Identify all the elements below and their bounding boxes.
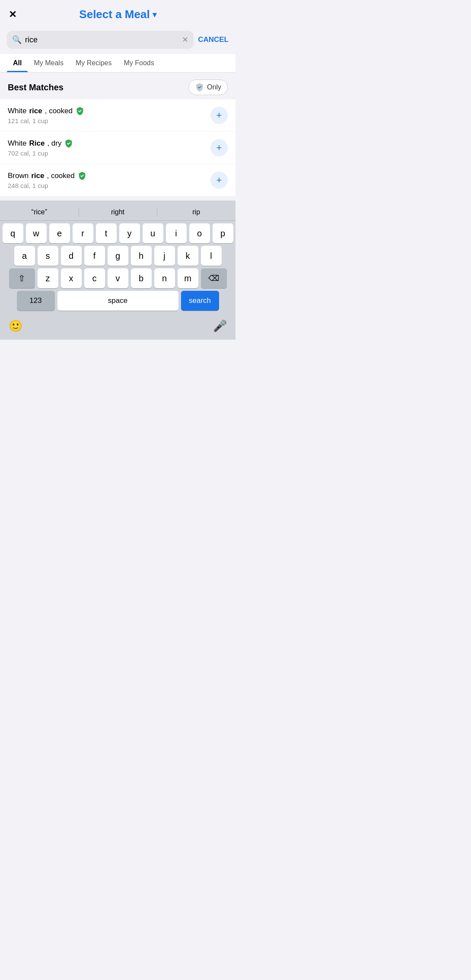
key-s[interactable]: s [38, 246, 58, 266]
suggestion-rice[interactable]: “rice” [0, 204, 79, 220]
chevron-down-icon[interactable]: ▾ [153, 10, 156, 19]
key-row-1: q w e r t y u i o p [1, 223, 234, 243]
key-z[interactable]: z [38, 268, 58, 288]
shield-check-icon [195, 83, 204, 92]
tab-my-recipes[interactable]: My Recipes [70, 54, 118, 72]
search-input[interactable] [25, 35, 178, 45]
bottom-bar: 🙂 🎤 [0, 314, 236, 340]
shift-key[interactable]: ⇧ [9, 268, 35, 288]
table-row[interactable]: Brown rice, cooked 248 cal, 1 cup + [0, 164, 236, 196]
food-name: Brown rice, cooked [8, 171, 210, 181]
table-row[interactable]: White Rice, dry 702 cal, 1 cup + [0, 132, 236, 164]
key-k[interactable]: k [178, 246, 198, 266]
food-calories: 121 cal, 1 cup [8, 117, 210, 124]
food-info: Brown rice, cooked 248 cal, 1 cup [8, 171, 210, 189]
verified-filter-button[interactable]: Only [188, 80, 228, 95]
add-food-button[interactable]: + [210, 107, 228, 124]
key-q[interactable]: q [3, 223, 23, 243]
emoji-button[interactable]: 🙂 [9, 319, 22, 333]
verified-badge [64, 139, 73, 148]
key-c[interactable]: c [84, 268, 105, 288]
page-title: Select a Meal ▾ [79, 8, 156, 21]
search-input-wrap[interactable]: 🔍 ✕ [7, 31, 194, 49]
food-calories: 248 cal, 1 cup [8, 182, 210, 189]
tab-my-meals[interactable]: My Meals [28, 54, 69, 72]
verified-badge [75, 106, 85, 116]
table-row[interactable]: White rice, cooked 121 cal, 1 cup + [0, 99, 236, 132]
key-v[interactable]: v [108, 268, 128, 288]
search-bar: 🔍 ✕ CANCEL [0, 26, 236, 54]
key-y[interactable]: y [119, 223, 140, 243]
close-button[interactable]: ✕ [9, 10, 16, 19]
key-w[interactable]: w [26, 223, 47, 243]
key-o[interactable]: o [189, 223, 210, 243]
search-clear-icon[interactable]: ✕ [182, 35, 188, 45]
key-f[interactable]: f [84, 246, 105, 266]
cancel-button[interactable]: CANCEL [198, 35, 229, 44]
tabs-bar: All My Meals My Recipes My Foods [0, 54, 236, 73]
space-key[interactable]: space [57, 291, 178, 311]
key-t[interactable]: t [96, 223, 117, 243]
key-l[interactable]: l [201, 246, 222, 266]
food-name: White rice, cooked [8, 106, 210, 116]
key-p[interactable]: p [213, 223, 233, 243]
suggestion-right[interactable]: right [79, 204, 157, 220]
key-r[interactable]: r [73, 223, 93, 243]
key-b[interactable]: b [131, 268, 152, 288]
section-header: Best Matches Only [0, 73, 236, 99]
add-food-button[interactable]: + [210, 139, 228, 156]
key-n[interactable]: n [154, 268, 175, 288]
food-list: White rice, cooked 121 cal, 1 cup + Whit… [0, 99, 236, 196]
section-title: Best Matches [8, 83, 64, 92]
search-key[interactable]: search [181, 291, 219, 311]
numbers-key[interactable]: 123 [17, 291, 55, 311]
food-calories: 702 cal, 1 cup [8, 150, 210, 157]
content-area: Best Matches Only White rice, cooked [0, 73, 236, 196]
keyboard: “rice” right rip q w e r t y u i o p a s… [0, 200, 236, 340]
key-h[interactable]: h [131, 246, 152, 266]
microphone-button[interactable]: 🎤 [213, 319, 227, 333]
tab-all[interactable]: All [7, 54, 28, 72]
key-x[interactable]: x [61, 268, 82, 288]
suggestion-rip[interactable]: rip [157, 204, 236, 220]
suggestions-row: “rice” right rip [0, 204, 236, 221]
key-j[interactable]: j [154, 246, 175, 266]
tab-my-foods[interactable]: My Foods [118, 54, 160, 72]
key-row-2: a s d f g h j k l [1, 246, 234, 266]
key-e[interactable]: e [49, 223, 70, 243]
add-food-button[interactable]: + [210, 172, 228, 189]
key-row-4: 123 space search [1, 291, 234, 311]
food-info: White Rice, dry 702 cal, 1 cup [8, 139, 210, 157]
food-name: White Rice, dry [8, 139, 210, 148]
key-g[interactable]: g [108, 246, 128, 266]
food-info: White rice, cooked 121 cal, 1 cup [8, 106, 210, 124]
key-row-3: ⇧ z x c v b n m ⌫ [1, 268, 234, 288]
header: ✕ Select a Meal ▾ [0, 0, 236, 26]
key-d[interactable]: d [61, 246, 82, 266]
delete-key[interactable]: ⌫ [201, 268, 227, 288]
key-m[interactable]: m [178, 268, 198, 288]
key-u[interactable]: u [143, 223, 163, 243]
verified-badge [77, 171, 87, 181]
key-rows: q w e r t y u i o p a s d f g h j k l ⇧ … [0, 221, 236, 314]
key-i[interactable]: i [166, 223, 187, 243]
search-icon: 🔍 [12, 35, 22, 45]
key-a[interactable]: a [14, 246, 35, 266]
